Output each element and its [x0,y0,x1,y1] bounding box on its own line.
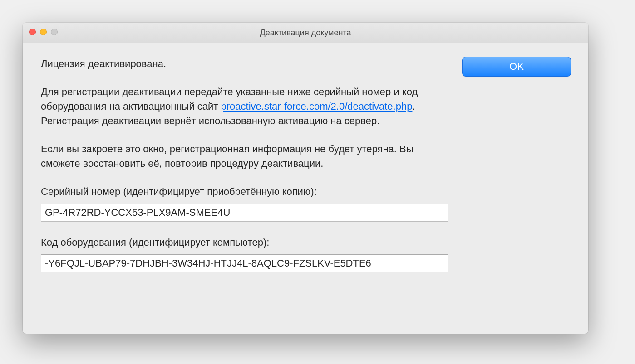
serial-label: Серийный номер (идентифицирует приобретё… [41,184,453,199]
status-text: Лицензия деактивирована. [41,57,453,71]
titlebar: Деактивация документа [23,23,588,43]
traffic-lights [29,29,58,35]
instruction-text: Для регистрации деактивации передайте ук… [41,85,453,128]
button-column: OK [453,57,571,320]
recovery-note: Если вы закроете это окно, регистрационн… [41,142,453,171]
hwcode-field[interactable] [41,254,448,272]
zoom-icon [51,29,58,35]
deactivation-link[interactable]: proactive.star-force.com/2.0/deactivate.… [221,101,413,112]
ok-button[interactable]: OK [462,57,571,77]
dialog-window: Деактивация документа Лицензия деактивир… [23,23,588,334]
serial-field[interactable] [41,204,448,222]
dialog-content: Лицензия деактивирована. Для регистрации… [23,43,588,334]
window-title: Деактивация документа [260,28,351,38]
close-icon[interactable] [29,29,36,35]
minimize-icon[interactable] [40,29,47,35]
message-column: Лицензия деактивирована. Для регистрации… [41,57,453,320]
hwcode-label: Код оборудования (идентифицирует компьют… [41,235,453,250]
